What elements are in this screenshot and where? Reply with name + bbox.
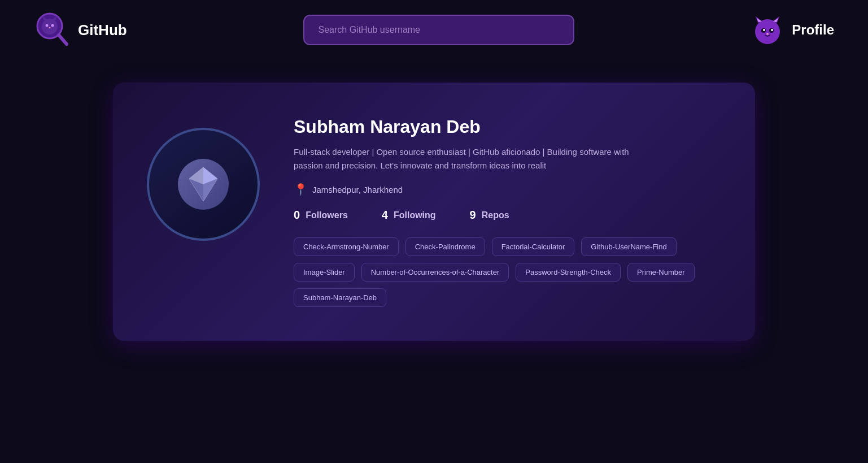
avatar bbox=[178, 159, 229, 210]
repo-badge[interactable]: Password-Strength-Check bbox=[516, 263, 621, 282]
profile-nav[interactable]: Profile bbox=[751, 14, 834, 46]
header: GitHub Profile bbox=[0, 0, 868, 60]
repo-badge[interactable]: Factorial-Calculator bbox=[492, 237, 575, 256]
followers-stat: 0 Followers bbox=[294, 209, 348, 222]
repo-badge[interactable]: Subham-Narayan-Deb bbox=[294, 288, 386, 307]
search-container bbox=[303, 15, 574, 45]
svg-point-8 bbox=[755, 19, 780, 44]
profile-nav-icon bbox=[751, 14, 784, 46]
profile-location: 📍 Jamshedpur, Jharkhend bbox=[294, 183, 721, 196]
following-label: Following bbox=[394, 210, 436, 220]
main-content: Subham Narayan Deb Full-stack developer … bbox=[0, 60, 868, 364]
followers-count: 0 bbox=[294, 209, 300, 222]
repo-badge[interactable]: Check-Palindrome bbox=[405, 237, 485, 256]
svg-point-1 bbox=[42, 19, 58, 34]
github-search-logo-icon bbox=[34, 10, 73, 50]
svg-point-15 bbox=[763, 29, 765, 31]
following-count: 4 bbox=[382, 209, 388, 222]
repos-grid: Check-Armstrong-NumberCheck-PalindromeFa… bbox=[294, 237, 721, 307]
profile-card: Subham Narayan Deb Full-stack developer … bbox=[113, 83, 755, 341]
following-stat: 4 Following bbox=[382, 209, 436, 222]
logo-text: GitHub bbox=[78, 21, 127, 39]
profile-nav-label: Profile bbox=[792, 22, 834, 38]
followers-label: Followers bbox=[306, 210, 348, 220]
avatar-container bbox=[147, 128, 260, 241]
stats-row: 0 Followers 4 Following 9 Repos bbox=[294, 209, 721, 222]
repo-badge[interactable]: Check-Armstrong-Number bbox=[294, 237, 399, 256]
avatar-image bbox=[181, 162, 226, 207]
location-pin-icon: 📍 bbox=[294, 183, 308, 196]
repo-badge[interactable]: Prime-Number bbox=[627, 263, 695, 282]
repo-badge[interactable]: Image-Slider bbox=[294, 263, 355, 282]
location-text: Jamshedpur, Jharkhend bbox=[312, 185, 403, 194]
svg-point-4 bbox=[46, 24, 49, 27]
search-input[interactable] bbox=[303, 15, 574, 45]
svg-point-6 bbox=[49, 27, 51, 28]
repo-badge[interactable]: Github-UserName-Find bbox=[581, 237, 676, 256]
repo-badge[interactable]: Number-of-Occurrences-of-a-Character bbox=[361, 263, 509, 282]
repos-label: Repos bbox=[482, 210, 509, 220]
svg-line-7 bbox=[59, 35, 67, 44]
svg-point-5 bbox=[51, 24, 54, 27]
svg-point-17 bbox=[766, 33, 769, 35]
logo-area: GitHub bbox=[34, 10, 127, 50]
profile-info: Subham Narayan Deb Full-stack developer … bbox=[294, 116, 721, 307]
profile-name: Subham Narayan Deb bbox=[294, 116, 721, 137]
repos-stat: 9 Repos bbox=[470, 209, 509, 222]
svg-point-16 bbox=[771, 29, 773, 31]
profile-bio: Full-stack developer | Open source enthu… bbox=[294, 145, 644, 172]
repos-count: 9 bbox=[470, 209, 476, 222]
